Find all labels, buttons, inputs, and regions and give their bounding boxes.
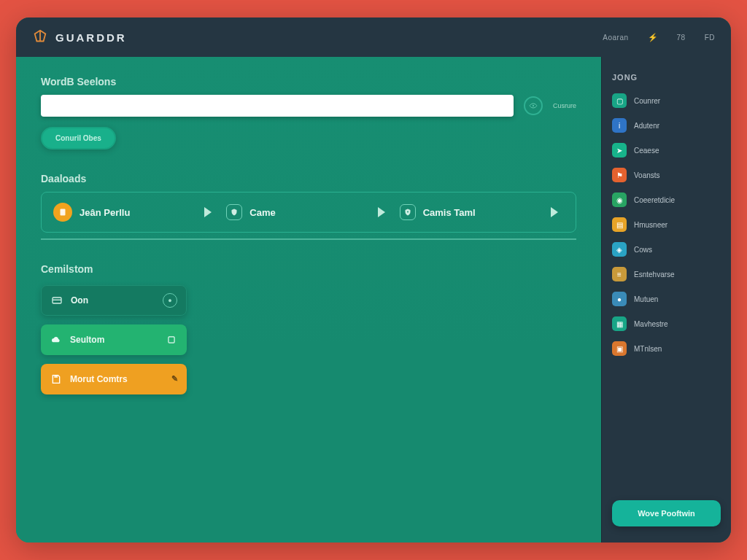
sidebar-item-voansts[interactable]: ⚑ Voansts [612, 168, 721, 182]
svg-rect-6 [54, 375, 58, 377]
tile-seultom[interactable]: Seultom [41, 324, 187, 355]
svg-point-2 [407, 211, 409, 213]
sidebar-item-coeeretdicie[interactable]: ◉ Coeeretdicie [612, 192, 721, 207]
bolt-icon: ⚡ [648, 33, 658, 42]
sidebar-item-adutenr[interactable]: i Adutenr [612, 118, 721, 133]
header-link-1[interactable]: Aoaran [603, 34, 628, 42]
sidebar-label: Mutuen [634, 295, 658, 303]
play-icon[interactable] [378, 207, 385, 217]
sidebar-label: Coeeretdicie [634, 196, 675, 204]
svg-point-0 [533, 105, 534, 106]
card-icon [50, 294, 63, 307]
sidebar-list: ▢ Counrer i Adutenr ➤ Ceaese ⚑ Voansts ◉ [612, 93, 721, 491]
tile-label: Seultom [70, 335, 104, 345]
sidebar-item-mutuen[interactable]: ● Mutuen [612, 292, 721, 306]
tile-label: Morut Comtrs [70, 374, 128, 384]
download-card-1[interactable]: Jeân Perllu [49, 197, 194, 228]
brand-logo-icon [32, 29, 48, 45]
sidebar-item-mtnlsen[interactable]: ▣ MTnlsen [612, 341, 721, 356]
search-row: Cusrure [41, 95, 576, 117]
cloud-icon [50, 333, 63, 346]
search-title: WordB Seelons [41, 76, 576, 88]
sidebar-label: Mavhestre [634, 320, 668, 328]
download-card-3[interactable]: Camis Taml [395, 198, 541, 226]
download-label-3: Camis Taml [423, 207, 476, 218]
sidebar-item-esntehvarse[interactable]: ≡ Esntehvarse [612, 267, 721, 281]
topbar: GUARDDR Aoaran ⚡ 78 FD [16, 18, 731, 57]
monitor-icon: ▢ [612, 93, 627, 108]
header-link-3[interactable]: FD [705, 34, 715, 42]
tile-label: Oon [71, 295, 88, 306]
download-label-1: Jeân Perllu [80, 207, 130, 218]
brand: GUARDDR [32, 29, 127, 45]
search-section: WordB Seelons Cusrure Conuril Obes [41, 76, 576, 149]
divider [41, 238, 576, 240]
sidebar-label: Ceaese [634, 147, 659, 155]
save-icon [50, 373, 63, 386]
edit-icon: ✎ [171, 374, 178, 384]
circle-icon: ◉ [612, 192, 627, 207]
downloads-row: Jeân Perllu Came Camis Tam [41, 192, 576, 233]
sidebar-item-mavhestre[interactable]: ▦ Mavhestre [612, 316, 721, 331]
downloads-section: Daaloads Jeân Perllu Came [41, 173, 576, 240]
tile-morut[interactable]: Morut Comtrs ✎ [41, 364, 187, 394]
search-input[interactable] [41, 95, 514, 117]
info-icon: i [612, 118, 627, 133]
visibility-toggle-icon[interactable] [524, 96, 543, 115]
sidebar-item-counrer[interactable]: ▢ Counrer [612, 93, 721, 108]
cemilstom-tiles: Oon ● Seultom [41, 285, 187, 394]
play-icon[interactable] [551, 207, 558, 217]
play-icon[interactable] [204, 207, 212, 217]
cemilstom-section: Cemilstom Oon ● [41, 263, 576, 394]
file-icon: ▤ [612, 217, 627, 232]
sidebar-item-cows[interactable]: ◈ Cows [612, 242, 721, 257]
brand-text: GUARDDR [55, 31, 127, 44]
sidebar-label: Esntehvarse [634, 271, 675, 279]
sidebar-label: Adutenr [634, 122, 659, 130]
folder-icon: ▣ [612, 341, 627, 356]
sidebar-label: Hmusneer [634, 221, 667, 229]
search-action-button[interactable]: Conuril Obes [41, 127, 116, 149]
arrow-icon: ➤ [612, 143, 627, 158]
tile-oon[interactable]: Oon ● [41, 285, 187, 316]
header-link-2[interactable]: 78 [677, 34, 686, 42]
sidebar-item-ceaese[interactable]: ➤ Ceaese [612, 143, 721, 158]
app-window: GUARDDR Aoaran ⚡ 78 FD WordB Seelons Cus… [16, 18, 731, 542]
main-area: WordB Seelons Cusrure Conuril Obes Daalo… [16, 57, 601, 542]
header-links: Aoaran ⚡ 78 FD [603, 33, 715, 42]
shield-icon [226, 204, 242, 220]
grid-icon: ▦ [612, 316, 627, 331]
sidebar-label: Counrer [634, 97, 660, 105]
sidebar-label: Voansts [634, 171, 660, 179]
dot-icon: ● [612, 292, 627, 306]
sidebar-title: JONG [612, 73, 721, 82]
flag-icon: ⚑ [612, 168, 627, 182]
downloads-title: Daaloads [41, 173, 576, 184]
download-label-2: Came [249, 207, 275, 218]
sidebar-item-hmusneer[interactable]: ▤ Hmusneer [612, 217, 721, 232]
status-badge-icon: ● [163, 293, 177, 308]
sidebar: JONG ▢ Counrer i Adutenr ➤ Ceaese ⚑ Voan… [601, 57, 731, 542]
body: WordB Seelons Cusrure Conuril Obes Daalo… [16, 57, 731, 542]
square-icon [165, 333, 178, 346]
download-card-2[interactable]: Came [222, 198, 367, 226]
svg-rect-4 [53, 299, 61, 300]
file-icon [53, 203, 72, 222]
sidebar-label: MTnlsen [634, 345, 662, 353]
sidebar-cta-button[interactable]: Wove Pooftwin [612, 500, 721, 526]
shield-check-icon [400, 204, 416, 220]
sidebar-label: Cows [634, 246, 652, 254]
svg-rect-1 [61, 209, 66, 216]
drop-icon: ◈ [612, 242, 627, 257]
svg-rect-5 [169, 336, 174, 342]
stack-icon: ≡ [612, 267, 627, 281]
search-hint: Cusrure [553, 102, 576, 109]
cemilstom-title: Cemilstom [41, 263, 576, 275]
